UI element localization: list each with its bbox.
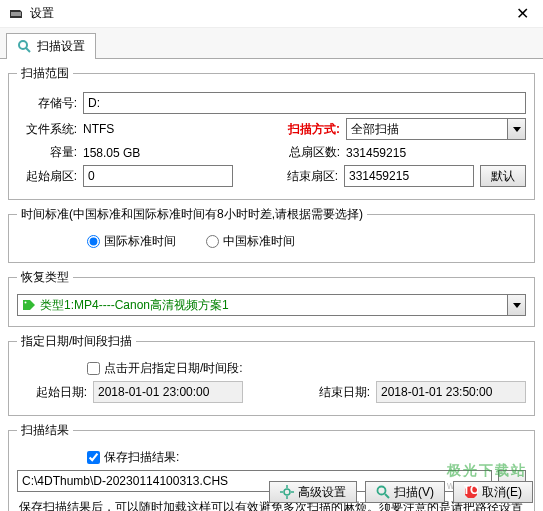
- recover-type-dropdown-button[interactable]: [508, 294, 526, 316]
- start-date-input: [93, 381, 243, 403]
- svg-rect-0: [11, 12, 21, 16]
- capacity-label: 容量:: [17, 144, 77, 161]
- tab-scan-settings[interactable]: 扫描设置: [6, 33, 96, 59]
- recover-type-select[interactable]: 类型1:MP4----Canon高清视频方案1: [17, 294, 508, 316]
- end-date-input: [376, 381, 526, 403]
- svg-point-1: [19, 41, 27, 49]
- app-icon: [8, 6, 24, 22]
- radio-china-input[interactable]: [206, 235, 219, 248]
- time-standard-legend: 时间标准(中国标准和国际标准时间有8小时时差,请根据需要选择): [17, 206, 367, 223]
- filesystem-value: NTFS: [83, 122, 193, 136]
- tab-label: 扫描设置: [37, 38, 85, 55]
- close-button[interactable]: ✕: [510, 4, 535, 23]
- scan-method-select[interactable]: 全部扫描: [346, 118, 508, 140]
- scan-button[interactable]: 扫描(V): [365, 481, 445, 503]
- radio-international[interactable]: 国际标准时间: [87, 233, 176, 250]
- title-bar: 设置 ✕: [0, 0, 543, 28]
- scan-method-dropdown-button[interactable]: [508, 118, 526, 140]
- svg-point-4: [284, 489, 290, 495]
- end-date-label: 结束日期:: [310, 384, 370, 401]
- scan-method-label: 扫描方式:: [288, 121, 340, 138]
- start-sector-input[interactable]: [83, 165, 233, 187]
- scan-range-legend: 扫描范围: [17, 65, 73, 82]
- capacity-value: 158.05 GB: [83, 146, 193, 160]
- bottom-button-bar: 高级设置 扫描(V) STOP 取消(E): [269, 481, 533, 503]
- svg-point-3: [25, 302, 27, 304]
- end-sector-input[interactable]: [344, 165, 474, 187]
- enable-date-range-checkbox[interactable]: [87, 362, 100, 375]
- scan-range-group: 扫描范围 存储号: 文件系统: NTFS 扫描方式: 全部扫描 容量: 158.…: [8, 65, 535, 200]
- magnifier-icon: [376, 485, 390, 499]
- enable-date-range[interactable]: 点击开启指定日期/时间段:: [87, 360, 243, 377]
- save-result-checkbox[interactable]: [87, 451, 100, 464]
- time-standard-group: 时间标准(中国标准和国际标准时间有8小时时差,请根据需要选择) 国际标准时间 中…: [8, 206, 535, 263]
- start-sector-label: 起始扇区:: [17, 168, 77, 185]
- svg-point-9: [378, 487, 386, 495]
- radio-international-input[interactable]: [87, 235, 100, 248]
- radio-china[interactable]: 中国标准时间: [206, 233, 295, 250]
- recover-type-legend: 恢复类型: [17, 269, 73, 286]
- scan-result-legend: 扫描结果: [17, 422, 73, 439]
- cancel-button[interactable]: STOP 取消(E): [453, 481, 533, 503]
- svg-text:STOP: STOP: [464, 485, 478, 497]
- end-sector-label: 结束扇区:: [278, 168, 338, 185]
- tab-bar: 扫描设置: [0, 28, 543, 59]
- total-sectors-label: 总扇区数:: [280, 144, 340, 161]
- tag-icon: [22, 299, 36, 311]
- advanced-settings-button[interactable]: 高级设置: [269, 481, 357, 503]
- start-date-label: 起始日期:: [17, 384, 87, 401]
- gear-icon: [280, 485, 294, 499]
- date-range-legend: 指定日期/时间段扫描: [17, 333, 136, 350]
- svg-line-10: [385, 494, 389, 498]
- date-range-group: 指定日期/时间段扫描 点击开启指定日期/时间段: 起始日期: 结束日期:: [8, 333, 535, 416]
- magnifier-gear-icon: [17, 39, 33, 55]
- filesystem-label: 文件系统:: [17, 121, 77, 138]
- save-result-checkbox-wrap[interactable]: 保存扫描结果:: [87, 449, 179, 466]
- stop-icon: STOP: [464, 485, 478, 499]
- window-title: 设置: [30, 5, 510, 22]
- recover-type-value: 类型1:MP4----Canon高清视频方案1: [40, 297, 229, 314]
- default-button[interactable]: 默认: [480, 165, 526, 187]
- recover-type-group: 恢复类型 类型1:MP4----Canon高清视频方案1: [8, 269, 535, 327]
- svg-line-2: [26, 48, 30, 52]
- storage-input[interactable]: [83, 92, 526, 114]
- storage-label: 存储号:: [17, 95, 77, 112]
- total-sectors-value: 331459215: [346, 146, 526, 160]
